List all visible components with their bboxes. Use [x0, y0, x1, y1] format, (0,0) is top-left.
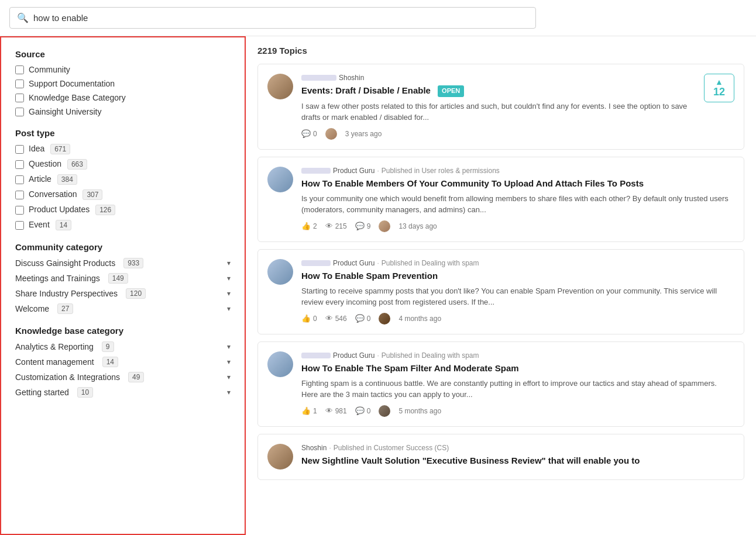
source-gainsight-uni-item[interactable]: Gainsight University — [15, 107, 231, 116]
search-icon: 🔍 — [17, 12, 29, 23]
vote-count-1: 12 — [713, 86, 725, 98]
post-type-idea-checkbox[interactable] — [15, 145, 24, 154]
topic-body-5: Shoshin · Published in Customer Success … — [301, 444, 734, 470]
topic-title-4[interactable]: How To Enable The Spam Filter And Modera… — [301, 362, 734, 374]
post-type-conversation-item[interactable]: Conversation 307 — [15, 189, 231, 200]
community-cat-discuss[interactable]: Discuss Gainsight Products 933 ▾ — [15, 258, 231, 268]
post-type-question-item[interactable]: Question 663 — [15, 159, 231, 170]
sidebar: Source Community Support Documentation K… — [0, 36, 246, 535]
source-kb-category-checkbox[interactable] — [15, 94, 24, 102]
community-cat-meetings[interactable]: Meetings and Trainings 149 ▾ — [15, 273, 231, 284]
avatar-1 — [267, 74, 293, 99]
topic-excerpt-2: Is your community one which would benefi… — [301, 193, 734, 216]
post-type-conversation-checkbox[interactable] — [15, 191, 24, 199]
post-type-event-checkbox[interactable] — [15, 221, 24, 230]
kb-cat-customization-badge: 49 — [128, 372, 144, 382]
source-support-doc-checkbox[interactable] — [15, 80, 24, 88]
source-community-item[interactable]: Community — [15, 65, 231, 74]
community-cat-meetings-arrow[interactable]: ▾ — [227, 274, 231, 282]
post-type-article-item[interactable]: Article 384 — [15, 174, 231, 185]
stat-comments-4: 💬 0 — [355, 406, 371, 415]
stat-comments-3: 💬 0 — [355, 314, 371, 323]
community-cat-welcome-label: Welcome — [15, 304, 49, 313]
meta-blur-1 — [301, 75, 336, 81]
post-type-product-updates-checkbox[interactable] — [15, 206, 24, 215]
community-cat-welcome-arrow[interactable]: ▾ — [227, 305, 231, 313]
post-type-article-badge: 384 — [57, 174, 77, 185]
source-title: Source — [15, 49, 231, 59]
community-cat-share-industry-label: Share Industry Perspectives — [15, 289, 118, 298]
topic-title-1[interactable]: Events: Draft / Disable / Enable OPEN — [301, 84, 696, 97]
topic-excerpt-4: Fighting spam is a continuous battle. We… — [301, 378, 734, 401]
topic-card-5[interactable]: Shoshin · Published in Customer Success … — [257, 434, 744, 480]
stat-avatar-4 — [379, 405, 390, 417]
topic-card-1[interactable]: Shoshin Events: Draft / Disable / Enable… — [257, 64, 744, 150]
topics-count: 2219 Topics — [257, 46, 744, 56]
search-bar-container: 🔍 — [0, 0, 756, 36]
community-cat-share-industry-arrow[interactable]: ▾ — [227, 289, 231, 298]
like-icon-4: 👍 — [301, 406, 311, 415]
community-cat-share-industry[interactable]: Share Industry Perspectives 120 ▾ — [15, 288, 231, 299]
source-community-checkbox[interactable] — [15, 65, 24, 74]
post-type-article-label: Article 384 — [29, 174, 77, 185]
topic-author-1: Shoshin — [339, 74, 364, 82]
meta-blur-2 — [301, 168, 331, 174]
topic-title-5[interactable]: New Sightline Vault Solution "Executive … — [301, 454, 734, 467]
topic-card-3[interactable]: Product Guru · Published in Dealing with… — [257, 249, 744, 334]
community-cat-discuss-label: Discuss Gainsight Products — [15, 258, 115, 268]
community-category-title: Community category — [15, 242, 231, 252]
community-cat-discuss-badge: 933 — [123, 258, 143, 268]
topic-meta-4: Product Guru · Published in Dealing with… — [301, 351, 734, 360]
topic-card-2[interactable]: Product Guru · Published in User roles &… — [257, 157, 744, 242]
post-type-question-badge: 663 — [67, 159, 87, 170]
kb-cat-getting-started-label: Getting started — [15, 388, 69, 397]
post-type-product-updates-item[interactable]: Product Updates 126 — [15, 205, 231, 215]
post-type-idea-item[interactable]: Idea 671 — [15, 144, 231, 154]
source-filter-section: Source Community Support Documentation K… — [15, 49, 231, 116]
avatar-3 — [267, 259, 293, 285]
topic-title-3[interactable]: How To Enable Spam Prevention — [301, 270, 734, 282]
source-support-doc-label: Support Documentation — [29, 79, 115, 88]
topic-meta-2: Product Guru · Published in User roles &… — [301, 167, 734, 175]
topic-author-5: Shoshin — [301, 444, 327, 452]
source-gainsight-uni-label: Gainsight University — [29, 107, 102, 116]
kb-cat-analytics[interactable]: Analytics & Reporting 9 ▾ — [15, 341, 231, 352]
topic-body-4: Product Guru · Published in Dealing with… — [301, 351, 734, 417]
topic-excerpt-1: I saw a few other posts related to this … — [301, 101, 696, 123]
avatar-4 — [267, 351, 293, 377]
kb-cat-content-mgmt-arrow[interactable]: ▾ — [227, 358, 231, 366]
source-community-label: Community — [29, 65, 70, 74]
topic-body-2: Product Guru · Published in User roles &… — [301, 167, 734, 232]
search-input[interactable] — [33, 13, 528, 23]
post-type-article-checkbox[interactable] — [15, 175, 24, 184]
topic-stats-1: 💬 0 3 years ago — [301, 128, 696, 140]
post-type-question-checkbox[interactable] — [15, 160, 24, 169]
vote-box-1[interactable]: ▲ 12 — [704, 74, 734, 102]
post-type-conversation-label: Conversation 307 — [29, 189, 102, 200]
kb-cat-customization-arrow[interactable]: ▾ — [227, 373, 231, 381]
source-kb-category-label: Knowledge Base Category — [29, 93, 126, 102]
kb-cat-getting-started-arrow[interactable]: ▾ — [227, 388, 231, 396]
vote-arrow-up-1[interactable]: ▲ — [715, 78, 723, 86]
post-type-product-updates-badge: 126 — [95, 205, 115, 215]
kb-cat-getting-started[interactable]: Getting started 10 ▾ — [15, 387, 231, 398]
topic-title-2[interactable]: How To Enable Members Of Your Community … — [301, 177, 734, 189]
community-cat-discuss-arrow[interactable]: ▾ — [227, 259, 231, 267]
topic-card-4[interactable]: Product Guru · Published in Dealing with… — [257, 341, 744, 427]
community-cat-welcome[interactable]: Welcome 27 ▾ — [15, 303, 231, 314]
stat-views-2: 👁 215 — [325, 222, 347, 230]
avatar-2 — [267, 167, 293, 192]
kb-cat-customization[interactable]: Customization & Integrations 49 ▾ — [15, 372, 231, 382]
source-support-doc-item[interactable]: Support Documentation — [15, 79, 231, 88]
comment-icon-2: 💬 — [355, 222, 365, 230]
stat-avatar-3 — [379, 313, 390, 325]
source-kb-category-item[interactable]: Knowledge Base Category — [15, 93, 231, 102]
post-type-event-item[interactable]: Event 14 — [15, 220, 231, 230]
community-category-section: Community category Discuss Gainsight Pro… — [15, 242, 231, 314]
kb-category-section: Knowledge base category Analytics & Repo… — [15, 326, 231, 398]
kb-cat-content-mgmt[interactable]: Content management 14 ▾ — [15, 357, 231, 367]
source-gainsight-uni-checkbox[interactable] — [15, 108, 24, 116]
kb-cat-getting-started-badge: 10 — [77, 387, 93, 398]
kb-cat-analytics-arrow[interactable]: ▾ — [227, 343, 231, 351]
stat-time-2: 13 days ago — [398, 222, 437, 230]
